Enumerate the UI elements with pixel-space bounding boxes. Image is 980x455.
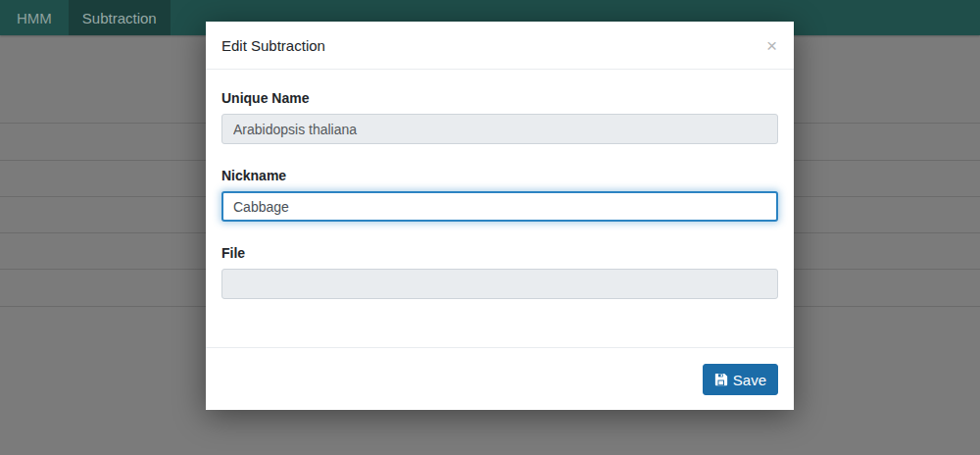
modal-title: Edit Subtraction	[221, 37, 325, 54]
unique-name-field	[221, 114, 778, 144]
nav-tab-subtraction[interactable]: Subtraction	[69, 0, 171, 35]
floppy-disk-icon	[714, 373, 728, 386]
nickname-label: Nickname	[221, 168, 778, 184]
edit-subtraction-modal: Edit Subtraction × Unique Name Nickname …	[206, 22, 794, 410]
nav-tab-hmm[interactable]: HMM	[0, 0, 69, 35]
save-button-label: Save	[733, 372, 766, 388]
modal-header: Edit Subtraction ×	[206, 22, 794, 70]
close-icon[interactable]: ×	[765, 36, 778, 55]
unique-name-group: Unique Name	[221, 90, 778, 144]
modal-footer: Save	[206, 347, 794, 410]
unique-name-label: Unique Name	[221, 90, 778, 107]
modal-body: Unique Name Nickname File	[206, 70, 794, 347]
file-field	[221, 269, 778, 299]
file-label: File	[221, 245, 778, 262]
save-button[interactable]: Save	[703, 364, 778, 395]
file-group: File	[221, 245, 778, 299]
nickname-field[interactable]	[221, 191, 778, 222]
nickname-group: Nickname	[221, 168, 778, 222]
